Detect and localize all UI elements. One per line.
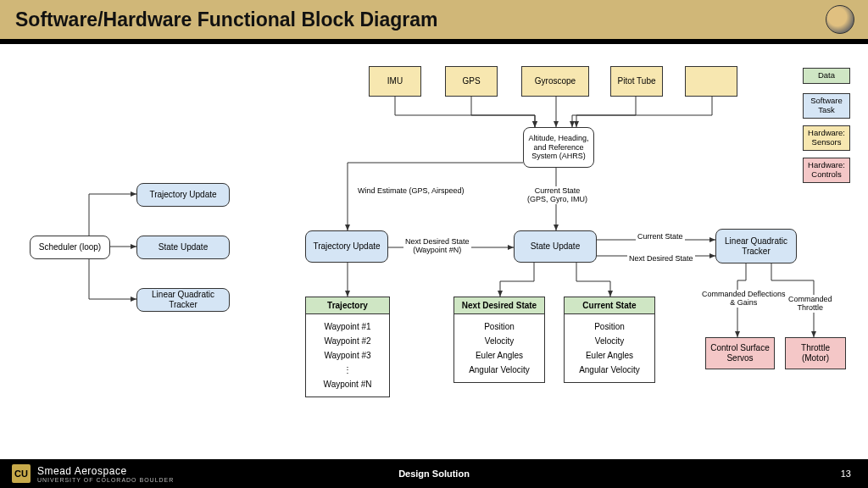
- edge-next-wp: Next Desired State (Waypoint #N): [403, 237, 471, 255]
- footer-brand-sub: UNIVERSITY OF COLORADO BOULDER: [37, 477, 174, 483]
- control-servos: Control Surface Servos: [705, 337, 775, 369]
- footer-center: Design Solution: [398, 469, 470, 479]
- sensor-pitot: Pitot Tube: [610, 66, 663, 97]
- logo-icon: [826, 5, 854, 34]
- scheduler-lqt: Linear Quadratic Tracker: [136, 288, 230, 312]
- edge-cmd-defl: Commanded Deflections & Gains: [700, 290, 787, 308]
- edge-cur-state: Current State (GPS, Gyro, IMU): [526, 186, 589, 204]
- legend-sensors: Hardware: Sensors: [803, 125, 850, 151]
- traj-row: Waypoint #1: [309, 319, 386, 334]
- scheduler-state: State Update: [136, 236, 230, 259]
- control-throttle: Throttle (Motor): [785, 337, 846, 369]
- scheduler-loop: Scheduler (loop): [30, 236, 110, 259]
- cs-row: Velocity: [568, 334, 651, 348]
- main-traj-update: Trajectory Update: [305, 230, 388, 263]
- footer-brand: Smead Aerospace: [37, 465, 174, 477]
- sensor-extra: [685, 66, 737, 97]
- table-next-desired-header: Next Desired State: [454, 297, 544, 314]
- cs-row: Angular Velocity: [568, 363, 651, 377]
- cs-row: Position: [568, 319, 651, 334]
- edge-wind: Wind Estimate (GPS, Airspeed): [356, 186, 466, 195]
- traj-row: Waypoint #3: [309, 348, 386, 363]
- table-trajectory-header: Trajectory: [306, 297, 389, 314]
- nds-row: Velocity: [458, 334, 541, 348]
- traj-row: Waypoint #N: [309, 377, 386, 391]
- footer-page: 13: [841, 469, 851, 479]
- main-state-update: State Update: [514, 230, 597, 263]
- cu-logo-icon: CU: [12, 464, 31, 483]
- sensor-imu: IMU: [369, 66, 421, 97]
- main-lqt: Linear Quadratic Tracker: [715, 229, 797, 263]
- title-bar: Software/Hardware Functional Block Diagr…: [0, 0, 868, 39]
- traj-row: ⋮: [309, 363, 386, 377]
- scheduler-traj: Trajectory Update: [136, 183, 230, 207]
- table-current-state-header: Current State: [565, 297, 654, 314]
- nds-row: Position: [458, 319, 541, 334]
- edge-next-desired: Next Desired State: [627, 254, 695, 263]
- edge-cmd-throttle: Commanded Throttle: [787, 295, 834, 313]
- footer: CU Smead Aerospace UNIVERSITY OF COLORAD…: [0, 459, 868, 488]
- table-trajectory: Trajectory Waypoint #1 Waypoint #2 Waypo…: [305, 297, 390, 397]
- cs-row: Euler Angles: [568, 348, 651, 363]
- sensor-gps: GPS: [445, 66, 498, 97]
- diagram-canvas: Data Software Task Hardware: Sensors Har…: [0, 44, 868, 459]
- ahrs-block: Altitude, Heading, and Reference System …: [523, 127, 594, 168]
- nds-row: Angular Velocity: [458, 363, 541, 377]
- edge-cur-state2: Current State: [636, 232, 685, 241]
- nds-row: Euler Angles: [458, 348, 541, 363]
- legend-controls: Hardware: Controls: [803, 158, 850, 183]
- page-title: Software/Hardware Functional Block Diagr…: [15, 8, 437, 31]
- sensor-gyro: Gyroscope: [521, 66, 589, 97]
- table-current-state: Current State Position Velocity Euler An…: [564, 297, 655, 383]
- legend-software: Software Task: [803, 93, 850, 119]
- traj-row: Waypoint #2: [309, 334, 386, 348]
- legend-data: Data: [803, 68, 850, 84]
- table-next-desired: Next Desired State Position Velocity Eul…: [453, 297, 545, 383]
